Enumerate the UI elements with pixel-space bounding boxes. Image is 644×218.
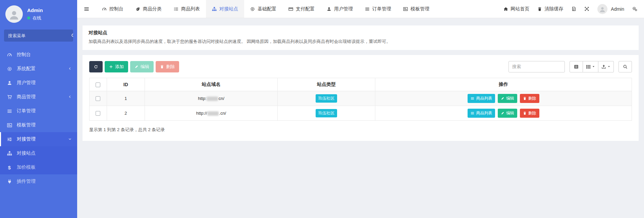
cell-site-type: 玖伍社区 [278, 106, 375, 120]
tab-label: 模板管理 [411, 6, 429, 12]
cogs-icon [632, 6, 637, 11]
refresh-button[interactable] [89, 61, 103, 72]
home-icon [503, 7, 508, 11]
navbar-avatar [597, 4, 607, 14]
sidebar-search [4, 30, 73, 42]
language-button[interactable] [571, 6, 576, 11]
search-icon [623, 64, 628, 69]
edit-button-disabled[interactable]: 编辑 [130, 61, 154, 72]
detail-view-button[interactable] [570, 61, 583, 72]
tab-payment-config[interactable]: 支付配置 [282, 0, 321, 18]
site-type-badge[interactable]: 玖伍社区 [316, 109, 337, 117]
tab-user-management[interactable]: 用户管理 [321, 0, 359, 18]
tab-goods-list[interactable]: 商品列表 [168, 0, 206, 18]
sidebar-item-markup-template[interactable]: $ 加价模板 [0, 160, 77, 174]
settings-button[interactable] [632, 6, 637, 11]
advanced-search-button[interactable] [619, 61, 632, 72]
tab-label: 基础配置 [258, 6, 276, 12]
row-delete-button[interactable]: 删除 [520, 94, 539, 103]
tab-basic-config[interactable]: 基础配置 [244, 0, 282, 18]
cell-site-type: 玖伍社区 [278, 91, 375, 106]
trash-icon [537, 7, 542, 11]
user-menu[interactable]: Admin [597, 4, 624, 14]
top-navbar: 控制台 商品分类 商品列表 对接站点 基础配置 支付配置 用户管理 订单管理 [77, 0, 644, 18]
sidebar-item-label: 插件管理 [17, 178, 36, 184]
sidebar-search-button[interactable] [71, 30, 73, 42]
sidebar-item-users[interactable]: 用户管理 [0, 76, 77, 90]
cell-domain: http:cn/ [145, 91, 277, 106]
tab-label: 商品列表 [181, 6, 200, 12]
sidebar-item-plugins[interactable]: 插件管理 [0, 174, 77, 188]
sidebar-search-input[interactable] [4, 30, 71, 42]
delete-button-label: 删除 [166, 64, 175, 70]
row-edit-label: 编辑 [506, 110, 514, 116]
page-title: 对接站点 [89, 30, 633, 36]
export-button[interactable] [598, 61, 614, 72]
sidebar-item-docking[interactable]: 对接管理 [0, 132, 77, 146]
table-search-input[interactable] [508, 61, 565, 72]
columns-button[interactable] [583, 61, 598, 72]
cell-actions: 商品列表 编辑 删除 [375, 91, 632, 106]
select-all-checkbox[interactable] [96, 83, 100, 87]
list-icon [174, 7, 178, 11]
row-delete-button[interactable]: 删除 [520, 109, 539, 118]
sidebar-item-system-config[interactable]: 系统配置 [0, 62, 77, 76]
site-type-badge[interactable]: 玖伍社区 [316, 94, 337, 103]
tab-goods-category[interactable]: 商品分类 [129, 0, 168, 18]
caret-down-icon [592, 65, 595, 68]
document-icon [571, 6, 576, 11]
tab-dashboard[interactable]: 控制台 [96, 0, 129, 18]
row-checkbox[interactable] [96, 96, 100, 101]
tab-order-management[interactable]: 订单管理 [359, 0, 397, 18]
sidebar-item-docking-sites[interactable]: 对接站点 [0, 146, 77, 160]
goods-list-button[interactable]: 商品列表 [468, 94, 495, 103]
add-button[interactable]: 添加 [105, 61, 128, 72]
tab-docking-sites[interactable]: 对接站点 [206, 0, 244, 18]
cell-id: 1 [107, 91, 145, 106]
row-edit-button[interactable]: 编辑 [498, 109, 517, 118]
sidebar: Admin 在线 控制台 系统配置 用户管理 商品管理 [0, 0, 77, 218]
bars-icon [365, 7, 370, 11]
sidebar-item-label: 对接站点 [17, 150, 36, 156]
row-edit-button[interactable]: 编辑 [498, 94, 517, 103]
sidebar-item-dashboard[interactable]: 控制台 [0, 48, 77, 62]
redacted-domain [207, 97, 218, 101]
user-status: 在线 [27, 15, 43, 21]
gauge-icon [6, 52, 12, 57]
user-name: Admin [27, 7, 43, 13]
site-home-label: 网站首页 [511, 6, 529, 12]
template-icon [6, 123, 12, 128]
clear-cache-link[interactable]: 清除缓存 [537, 6, 563, 12]
bars-icon [471, 97, 474, 100]
table-row: 2 http://.cn/ 玖伍社区 商品列表 编辑 [90, 106, 632, 120]
redacted-domain [207, 111, 219, 116]
user-avatar[interactable] [5, 5, 23, 23]
row-checkbox[interactable] [96, 111, 100, 116]
cart-icon [6, 95, 12, 100]
pagination-summary: 显示第 1 到第 2 条记录，总共 2 条记录 [89, 127, 632, 133]
delete-button-disabled[interactable]: 删除 [156, 61, 179, 72]
table-card: 添加 编辑 删除 [83, 55, 639, 141]
tab-template-management[interactable]: 模板管理 [397, 0, 435, 18]
tab-label: 对接站点 [219, 6, 238, 12]
table-header-row: ID 站点域名 站点类型 操作 [90, 78, 632, 91]
sidebar-item-orders[interactable]: 订单管理 [0, 104, 77, 118]
toolbar-actions: 添加 编辑 删除 [89, 61, 179, 72]
site-home-link[interactable]: 网站首页 [503, 6, 529, 12]
goods-list-button[interactable]: 商品列表 [468, 109, 495, 118]
person-icon [599, 6, 606, 13]
row-delete-label: 删除 [528, 110, 536, 116]
sidebar-user-panel: Admin 在线 [0, 0, 77, 28]
user-status-label: 在线 [33, 15, 41, 21]
credit-card-icon [288, 7, 293, 11]
sidebar-item-goods[interactable]: 商品管理 [0, 90, 77, 104]
sidebar-toggle-button[interactable] [77, 0, 96, 18]
fullscreen-button[interactable] [584, 6, 589, 11]
navbar-right: 网站首页 清除缓存 Admin [503, 0, 644, 18]
sidebar-item-label: 商品管理 [17, 94, 36, 100]
detail-view-icon [574, 64, 579, 69]
domain-suffix: .cn/ [219, 111, 226, 116]
gauge-icon [102, 7, 107, 11]
sidebar-item-templates[interactable]: 模板管理 [0, 118, 77, 132]
domain-prefix: http:// [196, 111, 207, 116]
